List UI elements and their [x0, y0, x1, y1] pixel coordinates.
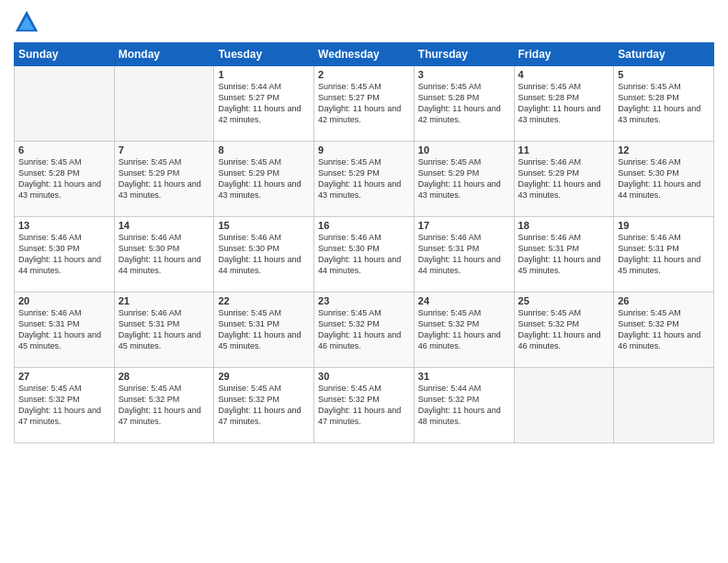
- day-number: 26: [618, 295, 710, 306]
- calendar-cell: 3Sunrise: 5:45 AM Sunset: 5:28 PM Daylig…: [414, 66, 514, 142]
- day-info: Sunrise: 5:45 AM Sunset: 5:28 PM Dayligh…: [18, 156, 110, 201]
- day-number: 4: [518, 69, 610, 80]
- calendar-cell: 5Sunrise: 5:45 AM Sunset: 5:28 PM Daylig…: [614, 66, 714, 142]
- day-header-monday: Monday: [114, 43, 214, 66]
- calendar-cell: 11Sunrise: 5:46 AM Sunset: 5:29 PM Dayli…: [514, 142, 614, 217]
- day-header-friday: Friday: [514, 43, 614, 66]
- calendar: SundayMondayTuesdayWednesdayThursdayFrid…: [14, 42, 714, 443]
- calendar-cell: 23Sunrise: 5:45 AM Sunset: 5:32 PM Dayli…: [314, 293, 415, 368]
- day-number: 22: [218, 295, 310, 306]
- day-info: Sunrise: 5:45 AM Sunset: 5:32 PM Dayligh…: [318, 383, 410, 428]
- day-number: 24: [418, 295, 510, 306]
- day-header-tuesday: Tuesday: [214, 43, 314, 66]
- day-info: Sunrise: 5:45 AM Sunset: 5:32 PM Dayligh…: [418, 307, 510, 352]
- calendar-cell: 1Sunrise: 5:44 AM Sunset: 5:27 PM Daylig…: [214, 66, 314, 142]
- calendar-cell: 30Sunrise: 5:45 AM Sunset: 5:32 PM Dayli…: [314, 368, 415, 443]
- calendar-cell: 21Sunrise: 5:46 AM Sunset: 5:31 PM Dayli…: [114, 293, 214, 368]
- calendar-cell: 28Sunrise: 5:45 AM Sunset: 5:32 PM Dayli…: [114, 368, 214, 443]
- day-info: Sunrise: 5:45 AM Sunset: 5:32 PM Dayligh…: [518, 307, 610, 352]
- day-number: 28: [119, 371, 210, 382]
- calendar-cell: 31Sunrise: 5:44 AM Sunset: 5:32 PM Dayli…: [414, 368, 514, 443]
- calendar-cell: 29Sunrise: 5:45 AM Sunset: 5:32 PM Dayli…: [214, 368, 314, 443]
- day-number: 8: [218, 144, 310, 155]
- day-number: 20: [18, 295, 110, 306]
- calendar-cell: 2Sunrise: 5:45 AM Sunset: 5:27 PM Daylig…: [314, 66, 415, 142]
- calendar-cell: 18Sunrise: 5:46 AM Sunset: 5:31 PM Dayli…: [514, 217, 614, 293]
- day-number: 31: [418, 371, 510, 382]
- calendar-cell: 20Sunrise: 5:46 AM Sunset: 5:31 PM Dayli…: [15, 293, 115, 368]
- day-info: Sunrise: 5:45 AM Sunset: 5:29 PM Dayligh…: [218, 156, 310, 201]
- calendar-week-2: 6Sunrise: 5:45 AM Sunset: 5:28 PM Daylig…: [15, 142, 714, 217]
- calendar-cell: 4Sunrise: 5:45 AM Sunset: 5:28 PM Daylig…: [514, 66, 614, 142]
- day-number: 17: [418, 220, 510, 231]
- calendar-header-row: SundayMondayTuesdayWednesdayThursdayFrid…: [15, 43, 714, 66]
- day-number: 14: [119, 220, 210, 231]
- day-info: Sunrise: 5:45 AM Sunset: 5:32 PM Dayligh…: [18, 383, 110, 428]
- calendar-week-1: 1Sunrise: 5:44 AM Sunset: 5:27 PM Daylig…: [15, 66, 714, 142]
- calendar-cell: 15Sunrise: 5:46 AM Sunset: 5:30 PM Dayli…: [214, 217, 314, 293]
- calendar-week-5: 27Sunrise: 5:45 AM Sunset: 5:32 PM Dayli…: [15, 368, 714, 443]
- day-info: Sunrise: 5:46 AM Sunset: 5:31 PM Dayligh…: [18, 307, 110, 352]
- day-number: 15: [218, 220, 310, 231]
- day-info: Sunrise: 5:46 AM Sunset: 5:30 PM Dayligh…: [119, 232, 210, 277]
- calendar-cell: 24Sunrise: 5:45 AM Sunset: 5:32 PM Dayli…: [414, 293, 514, 368]
- calendar-cell: 26Sunrise: 5:45 AM Sunset: 5:32 PM Dayli…: [614, 293, 714, 368]
- calendar-cell: 14Sunrise: 5:46 AM Sunset: 5:30 PM Dayli…: [114, 217, 214, 293]
- day-info: Sunrise: 5:45 AM Sunset: 5:31 PM Dayligh…: [218, 307, 310, 352]
- day-info: Sunrise: 5:45 AM Sunset: 5:32 PM Dayligh…: [119, 383, 210, 428]
- logo-icon: [14, 9, 40, 35]
- day-number: 12: [618, 144, 710, 155]
- calendar-cell: 8Sunrise: 5:45 AM Sunset: 5:29 PM Daylig…: [214, 142, 314, 217]
- day-info: Sunrise: 5:45 AM Sunset: 5:32 PM Dayligh…: [318, 307, 410, 352]
- day-info: Sunrise: 5:44 AM Sunset: 5:27 PM Dayligh…: [218, 81, 310, 126]
- calendar-cell: 22Sunrise: 5:45 AM Sunset: 5:31 PM Dayli…: [214, 293, 314, 368]
- calendar-cell: 7Sunrise: 5:45 AM Sunset: 5:29 PM Daylig…: [114, 142, 214, 217]
- calendar-cell: 17Sunrise: 5:46 AM Sunset: 5:31 PM Dayli…: [414, 217, 514, 293]
- day-info: Sunrise: 5:44 AM Sunset: 5:32 PM Dayligh…: [418, 383, 510, 428]
- day-number: 1: [218, 69, 310, 80]
- calendar-cell: [114, 66, 214, 142]
- day-number: 30: [318, 371, 410, 382]
- calendar-cell: 10Sunrise: 5:45 AM Sunset: 5:29 PM Dayli…: [414, 142, 514, 217]
- page: SundayMondayTuesdayWednesdayThursdayFrid…: [0, 0, 728, 563]
- day-info: Sunrise: 5:46 AM Sunset: 5:30 PM Dayligh…: [318, 232, 410, 277]
- day-number: 23: [318, 295, 410, 306]
- calendar-cell: [614, 368, 714, 443]
- calendar-cell: 27Sunrise: 5:45 AM Sunset: 5:32 PM Dayli…: [15, 368, 115, 443]
- day-number: 10: [418, 144, 510, 155]
- day-info: Sunrise: 5:46 AM Sunset: 5:30 PM Dayligh…: [18, 232, 110, 277]
- day-number: 11: [518, 144, 610, 155]
- calendar-cell: [15, 66, 115, 142]
- calendar-cell: 9Sunrise: 5:45 AM Sunset: 5:29 PM Daylig…: [314, 142, 415, 217]
- day-number: 25: [518, 295, 610, 306]
- calendar-cell: 25Sunrise: 5:45 AM Sunset: 5:32 PM Dayli…: [514, 293, 614, 368]
- day-info: Sunrise: 5:45 AM Sunset: 5:29 PM Dayligh…: [318, 156, 410, 201]
- day-number: 7: [119, 144, 210, 155]
- calendar-cell: 12Sunrise: 5:46 AM Sunset: 5:30 PM Dayli…: [614, 142, 714, 217]
- day-info: Sunrise: 5:45 AM Sunset: 5:29 PM Dayligh…: [418, 156, 510, 201]
- day-header-wednesday: Wednesday: [314, 43, 415, 66]
- header: [14, 9, 714, 35]
- day-info: Sunrise: 5:45 AM Sunset: 5:28 PM Dayligh…: [418, 81, 510, 126]
- day-info: Sunrise: 5:45 AM Sunset: 5:28 PM Dayligh…: [518, 81, 610, 126]
- day-info: Sunrise: 5:46 AM Sunset: 5:29 PM Dayligh…: [518, 156, 610, 201]
- day-info: Sunrise: 5:46 AM Sunset: 5:30 PM Dayligh…: [618, 156, 710, 201]
- day-header-saturday: Saturday: [614, 43, 714, 66]
- day-number: 2: [318, 69, 410, 80]
- logo: [14, 9, 43, 35]
- day-number: 9: [318, 144, 410, 155]
- day-number: 6: [18, 144, 110, 155]
- day-info: Sunrise: 5:45 AM Sunset: 5:29 PM Dayligh…: [119, 156, 210, 201]
- day-info: Sunrise: 5:46 AM Sunset: 5:31 PM Dayligh…: [119, 307, 210, 352]
- day-number: 3: [418, 69, 510, 80]
- day-number: 18: [518, 220, 610, 231]
- day-number: 13: [18, 220, 110, 231]
- day-number: 21: [119, 295, 210, 306]
- calendar-cell: 19Sunrise: 5:46 AM Sunset: 5:31 PM Dayli…: [614, 217, 714, 293]
- day-header-sunday: Sunday: [15, 43, 115, 66]
- calendar-week-3: 13Sunrise: 5:46 AM Sunset: 5:30 PM Dayli…: [15, 217, 714, 293]
- calendar-cell: [514, 368, 614, 443]
- day-info: Sunrise: 5:45 AM Sunset: 5:32 PM Dayligh…: [618, 307, 710, 352]
- day-number: 27: [18, 371, 110, 382]
- day-number: 16: [318, 220, 410, 231]
